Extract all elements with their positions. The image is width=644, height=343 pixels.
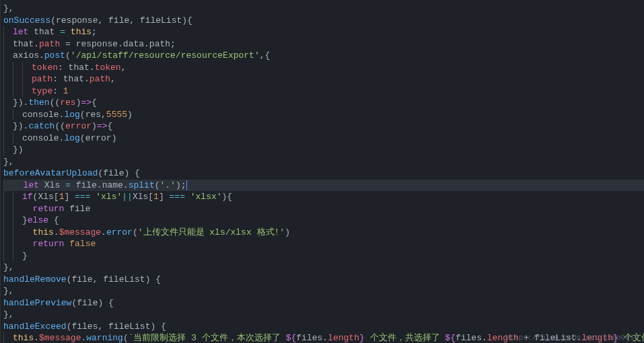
code-line: }, <box>3 285 644 297</box>
code-line: }, <box>3 262 644 274</box>
code-line: handleExceed(files, fileList) { <box>3 321 644 333</box>
code-line: }else { <box>3 215 644 227</box>
code-line: type: 1 <box>3 85 644 98</box>
text-cursor <box>186 180 187 190</box>
code-line: let that = this; <box>3 26 644 38</box>
code-line: }, <box>3 3 644 15</box>
code-line: onSuccess(response, file, fileList){ <box>3 15 644 27</box>
code-line: that.path = response.data.path; <box>3 38 644 50</box>
code-editor[interactable]: }, onSuccess(response, file, fileList){ … <box>0 0 644 343</box>
code-line: }).catch((error)=>{ <box>3 120 644 132</box>
code-line: return file <box>3 203 644 215</box>
code-line: handleRemove(file, fileList) { <box>3 274 644 286</box>
code-line: }) <box>3 144 644 156</box>
code-line: beforeAvatarUpload(file) { <box>3 167 644 180</box>
code-line: path: that.path, <box>3 73 644 85</box>
code-line: handlePreview(file) { <box>3 297 644 309</box>
code-line: this.$message.error('上传文件只能是 xls/xlsx 格式… <box>3 227 644 239</box>
code-line: }, <box>3 309 644 321</box>
code-line: if(Xls[1] === 'xls'||Xls[1] === 'xlsx'){ <box>3 191 644 203</box>
code-line: token: that.token, <box>3 62 644 74</box>
code-line: return false <box>3 238 644 250</box>
watermark: https://blog.csdn.net/jiao0916 <box>505 334 639 342</box>
code-line: } <box>3 250 644 262</box>
code-line: axios.post('/api/staff/resource/resource… <box>3 50 644 62</box>
code-line-current: let Xls = file.name.split('.'); <box>3 180 644 192</box>
code-area[interactable]: }, onSuccess(response, file, fileList){ … <box>1 0 644 343</box>
code-line: console.log(res,5555) <box>3 109 644 121</box>
code-line: }).then((res)=>{ <box>3 97 644 109</box>
code-line: }, <box>3 156 644 168</box>
code-line: console.log(error) <box>3 132 644 145</box>
